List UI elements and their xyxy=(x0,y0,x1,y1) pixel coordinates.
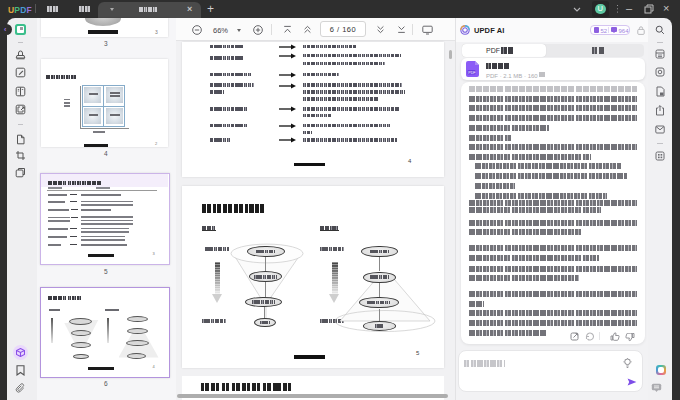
svg-text:PDF: PDF xyxy=(468,71,476,75)
